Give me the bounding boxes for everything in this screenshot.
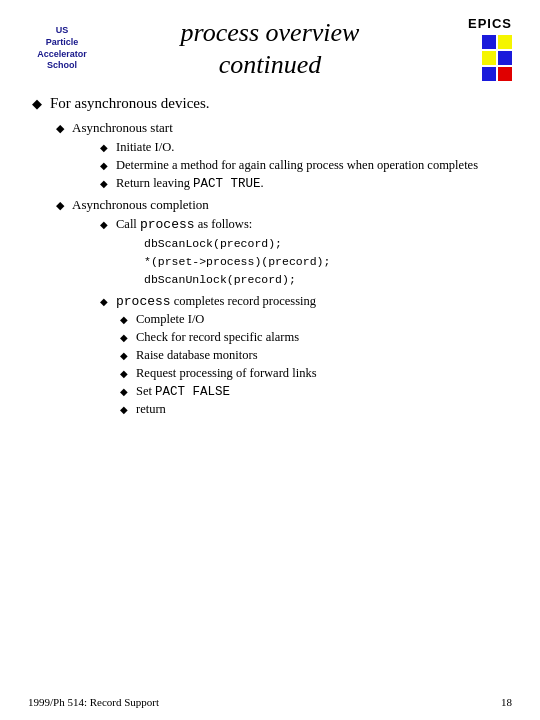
process-word-2: process <box>116 294 171 309</box>
pact-true-code: PACT TRUE <box>193 177 261 191</box>
return-text: return <box>136 402 166 417</box>
check-record: Check for record specific alarms <box>136 330 299 345</box>
logo: US Particle Accelerator School <box>28 25 96 72</box>
diamond-icon: ◆ <box>100 142 108 153</box>
epics-sq-yellow2 <box>482 51 496 65</box>
footer: 1999/Ph 514: Record Support 18 <box>28 696 512 708</box>
diamond-icon: ◆ <box>100 296 108 307</box>
diamond-icon: ◆ <box>100 160 108 171</box>
epics-squares <box>482 35 512 81</box>
diamond-icon: ◆ <box>120 314 128 325</box>
list-item: ◆ Set PACT FALSE <box>120 384 512 399</box>
top-bullet: ◆ For asynchronous devices. <box>32 95 512 112</box>
set-pact-false: Set PACT FALSE <box>136 384 230 399</box>
diamond-icon: ◆ <box>120 368 128 379</box>
code-line-1: dbScanLock(precord); <box>144 235 512 253</box>
diamond-icon: ◆ <box>120 332 128 343</box>
diamond-icon: ◆ <box>120 404 128 415</box>
initiate-io: Initiate I/O. <box>116 140 174 155</box>
epics-sq-yellow1 <box>498 35 512 49</box>
slide-content: ◆ For asynchronous devices. ◆ Asynchrono… <box>28 95 512 417</box>
top-bullet-text: For asynchronous devices. <box>50 95 210 112</box>
async-completion-section: ◆ Asynchronous completion ◆ Call process… <box>56 197 512 417</box>
list-item: ◆ Request processing of forward links <box>120 366 512 381</box>
epics-sq-blue2 <box>498 51 512 65</box>
logo-text: US Particle Accelerator School <box>28 25 96 72</box>
async-start-bullet: ◆ Asynchronous start <box>56 120 512 136</box>
epics-sq-blue1 <box>482 35 496 49</box>
diamond-icon: ◆ <box>56 122 64 135</box>
list-item: ◆ Return leaving PACT TRUE. <box>100 176 512 191</box>
epics-sq-red <box>498 67 512 81</box>
determine-method: Determine a method for again calling pro… <box>116 158 478 173</box>
epics-label: EPICS <box>468 16 512 31</box>
call-process-bullet: ◆ Call process as follows: <box>100 217 512 232</box>
pact-false-code: PACT FALSE <box>155 385 230 399</box>
diamond-icon: ◆ <box>32 96 42 112</box>
return-leaving: Return leaving PACT TRUE. <box>116 176 264 191</box>
footer-right: 18 <box>501 696 512 708</box>
list-item: ◆ Determine a method for again calling p… <box>100 158 512 173</box>
list-item: ◆ Initiate I/O. <box>100 140 512 155</box>
diamond-icon: ◆ <box>120 350 128 361</box>
code-block: dbScanLock(precord); *(prset->process)(p… <box>144 235 512 288</box>
epics-logo: EPICS <box>444 16 512 81</box>
async-start-items: ◆ Initiate I/O. ◆ Determine a method for… <box>100 140 512 191</box>
async-completion-label: Asynchronous completion <box>72 197 209 213</box>
process-completes-text: process completes record processing <box>116 294 316 309</box>
diamond-icon: ◆ <box>56 199 64 212</box>
epics-sq-blue3 <box>482 67 496 81</box>
slide-title: process overview continued <box>96 17 444 79</box>
complete-io: Complete I/O <box>136 312 204 327</box>
process-completes-bullet: ◆ process completes record processing <box>100 294 512 309</box>
async-start-label: Asynchronous start <box>72 120 173 136</box>
code-line-2: *(prset->process)(precord); <box>144 253 512 271</box>
request-forward: Request processing of forward links <box>136 366 317 381</box>
async-start-section: ◆ Asynchronous start ◆ Initiate I/O. ◆ D… <box>56 120 512 191</box>
process-word: process <box>140 217 195 232</box>
process-sub-items: ◆ Complete I/O ◆ Check for record specif… <box>120 312 512 417</box>
diamond-icon: ◆ <box>100 178 108 189</box>
call-process-text: Call process as follows: <box>116 217 252 232</box>
async-completion-bullet: ◆ Asynchronous completion <box>56 197 512 213</box>
footer-left: 1999/Ph 514: Record Support <box>28 696 159 708</box>
code-line-3: dbScanUnlock(precord); <box>144 271 512 289</box>
diamond-icon: ◆ <box>120 386 128 397</box>
list-item: ◆ Check for record specific alarms <box>120 330 512 345</box>
diamond-icon: ◆ <box>100 219 108 230</box>
call-process-section: ◆ Call process as follows: dbScanLock(pr… <box>100 217 512 417</box>
list-item: ◆ Complete I/O <box>120 312 512 327</box>
list-item: ◆ Raise database monitors <box>120 348 512 363</box>
header: US Particle Accelerator School process o… <box>28 16 512 81</box>
raise-db: Raise database monitors <box>136 348 258 363</box>
list-item: ◆ return <box>120 402 512 417</box>
